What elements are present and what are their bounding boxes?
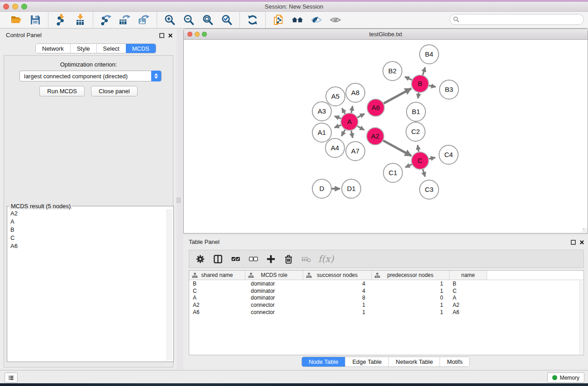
deselect-all-button[interactable] — [246, 252, 260, 266]
close-panel-icon[interactable] — [579, 238, 584, 247]
graph-edge-C-C3[interactable] — [423, 169, 425, 176]
result-item[interactable]: C — [7, 234, 166, 242]
import-table-button[interactable] — [72, 13, 88, 27]
table-scrollbar[interactable] — [579, 281, 583, 354]
table-settings-button[interactable] — [193, 252, 207, 266]
delete-column-button[interactable] — [281, 252, 296, 266]
open-session-button[interactable] — [8, 13, 24, 27]
tab-style[interactable]: Style — [70, 44, 96, 53]
tab-edge-table[interactable]: Edge Table — [345, 357, 388, 367]
table-row[interactable]: Cdominator41C — [189, 287, 583, 295]
result-scrollbar[interactable] — [167, 209, 172, 361]
graph-edge-C-C2[interactable] — [418, 145, 419, 152]
table-row[interactable]: A6connector11A6 — [189, 309, 583, 316]
graph-node-C2[interactable]: C2 — [406, 122, 425, 141]
graph-node-A4[interactable]: A4 — [325, 138, 344, 157]
network-window-titlebar[interactable]: testGlobe.txt — [184, 29, 588, 40]
split-divider-handle[interactable] — [177, 198, 181, 203]
graph-edge-B-B3[interactable] — [429, 86, 436, 87]
result-item[interactable]: A2 — [7, 209, 166, 217]
graph-edge-B-B4[interactable] — [423, 67, 425, 75]
graph-node-A2[interactable]: A2 — [367, 128, 384, 145]
graph-node-C[interactable]: C — [411, 152, 429, 169]
graph-edge-A2-C[interactable] — [383, 141, 411, 156]
float-panel-icon[interactable] — [571, 238, 576, 247]
graph-node-A5[interactable]: A5 — [326, 87, 345, 106]
graph-node-A8[interactable]: A8 — [346, 83, 365, 102]
graph-edge-A-A6[interactable] — [358, 114, 365, 117]
close-panel-icon[interactable] — [168, 32, 173, 40]
svg-text:B4: B4 — [425, 50, 433, 58]
graph-node-D[interactable]: D — [312, 179, 331, 198]
graph-edge-A-A3[interactable] — [335, 116, 341, 119]
graph-edge-C-C1[interactable] — [405, 164, 411, 167]
tab-network[interactable]: Network — [36, 44, 70, 53]
refresh-view-button[interactable] — [244, 13, 261, 27]
graph-node-A6[interactable]: A6 — [367, 99, 384, 116]
clone-network-button[interactable] — [270, 13, 287, 27]
table-row[interactable]: A2connector11A2 — [189, 301, 583, 309]
graph-edge-A-A2[interactable] — [357, 126, 364, 130]
graph-node-A7[interactable]: A7 — [346, 142, 365, 161]
graph-node-D1[interactable]: D1 — [342, 179, 361, 198]
network-canvas[interactable]: A5A8A3A1A4A7AA6A2B2B4BB3B1C2CC4C1C3DD1 — [184, 40, 587, 233]
column-header-name[interactable]: name — [449, 271, 487, 280]
table-row[interactable]: Bdominator41B — [189, 280, 583, 287]
graph-edge-B-B1[interactable] — [418, 93, 419, 99]
graph-node-B3[interactable]: B3 — [440, 80, 459, 99]
close-panel-button[interactable]: Close panel — [91, 86, 138, 96]
graph-node-B2[interactable]: B2 — [383, 62, 402, 81]
tab-select[interactable]: Select — [96, 44, 126, 53]
network-overview-button[interactable] — [289, 13, 306, 27]
graph-node-B[interactable]: B — [411, 75, 429, 92]
float-panel-icon[interactable] — [159, 32, 164, 40]
export-table-button[interactable] — [117, 13, 133, 27]
toggle-graphics-details-button[interactable] — [308, 13, 325, 27]
graph-edge-A-A1[interactable] — [335, 125, 341, 128]
task-history-button[interactable] — [5, 372, 18, 383]
graph-node-C4[interactable]: C4 — [439, 145, 458, 164]
window-resize-grip[interactable] — [583, 228, 587, 233]
memory-button[interactable]: Memory — [547, 372, 584, 383]
graph-edge-C-C4[interactable] — [429, 157, 435, 159]
zoom-out-button[interactable] — [181, 13, 197, 27]
graph-edge-A-A5[interactable] — [342, 108, 345, 114]
column-header-MCDS-role[interactable]: MCDS role — [245, 271, 303, 280]
save-session-button[interactable] — [27, 13, 43, 27]
search-input[interactable] — [449, 14, 584, 25]
table-row[interactable]: Adominator80A — [189, 294, 583, 301]
column-visibility-button[interactable] — [210, 252, 225, 266]
graph-node-A1[interactable]: A1 — [312, 123, 331, 142]
graph-edge-A6-B[interactable] — [384, 89, 411, 104]
graph-edge-B-B2[interactable] — [405, 77, 412, 80]
zoom-in-button[interactable] — [162, 13, 178, 27]
column-header-shared-name[interactable]: shared name — [189, 271, 245, 280]
column-header-predecessor-nodes[interactable]: predecessor nodes — [372, 271, 449, 280]
export-network-button[interactable] — [98, 13, 114, 27]
tab-node-table[interactable]: Node Table — [302, 357, 345, 367]
result-item[interactable]: A6 — [7, 242, 166, 250]
graph-node-B1[interactable]: B1 — [406, 102, 425, 121]
graph-node-C3[interactable]: C3 — [420, 180, 439, 199]
zoom-selected-button[interactable] — [219, 13, 235, 27]
select-all-button[interactable] — [228, 252, 243, 266]
graph-edge-A-A4[interactable] — [342, 130, 345, 136]
zoom-fit-button[interactable] — [200, 13, 216, 27]
run-mcds-button[interactable]: Run MCDS — [39, 86, 85, 96]
result-item[interactable]: B — [7, 225, 166, 234]
export-image-button[interactable] — [136, 13, 152, 27]
optimization-select[interactable]: largest connected component (directed) — [19, 71, 162, 81]
result-item[interactable]: A — [7, 217, 166, 225]
column-header-successor-nodes[interactable]: successor nodes — [303, 271, 372, 280]
add-column-button[interactable] — [263, 252, 278, 266]
import-network-button[interactable] — [53, 13, 69, 27]
graph-node-B4[interactable]: B4 — [420, 45, 439, 64]
tab-mcds[interactable]: MCDS — [126, 44, 156, 53]
graph-node-C1[interactable]: C1 — [383, 163, 402, 182]
tab-motifs[interactable]: Motifs — [440, 357, 469, 367]
graph-edge-A-A8[interactable] — [351, 106, 353, 113]
tab-network-table[interactable]: Network Table — [388, 357, 440, 367]
graph-edge-A-A7[interactable] — [351, 131, 353, 138]
graph-node-A[interactable]: A — [341, 113, 358, 130]
graph-node-A3[interactable]: A3 — [312, 102, 331, 121]
